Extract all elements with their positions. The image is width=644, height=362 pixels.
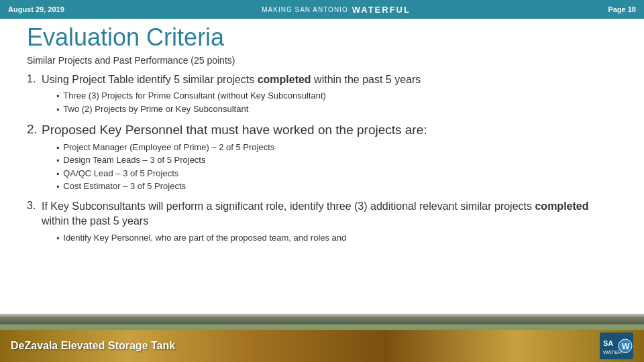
item-1-text: Using Project Table identify 5 similar p… [42,74,421,85]
page-title: Evaluation Criteria [0,19,644,54]
list-item: Cost Estimator – 3 of 5 Projects [56,180,427,193]
header-making-text: MAKING SAN ANTONIO [262,6,347,13]
footer-left: DeZavala Elevated Storage Tank [11,340,175,352]
list-item: Project Manager (Employee of Prime) – 2 … [56,141,427,154]
item-2-num: 2. [27,121,42,137]
item-3-sublist: Identify Key Personnel, who are part of … [56,231,617,245]
list-item-1: 1. Using Project Table identify 5 simila… [27,72,617,117]
header-page: Page 18 [608,5,636,13]
list-item: QA/QC Lead – 3 of 5 Projects [56,167,427,180]
list-item-3: 3. If Key Subconsultants will perform a … [27,199,617,246]
svg-text:W: W [622,342,630,351]
item-2-text: Proposed Key Personnel that must have wo… [42,123,427,137]
footer: DeZavala Elevated Storage Tank SA WATER … [0,330,644,362]
list-item-2: 2. Proposed Key Personnel that must have… [27,121,617,195]
saw-logo-icon: SA WATER W [600,333,633,359]
item-2-sublist: Project Manager (Employee of Prime) – 2 … [56,141,427,193]
list-item: Design Team Leads – 3 of 5 Projects [56,154,427,167]
pipe-decoration [0,314,644,324]
svg-text:WATER: WATER [603,349,622,355]
footer-right: SA WATER W [600,333,633,359]
list-item: Identify Key Personnel, who are part of … [56,231,617,245]
item-1-num: 1. [27,72,42,85]
main-content: 1. Using Project Table identify 5 simila… [0,70,644,247]
item-3-text: If Key Subconsultants will perform a sig… [42,200,588,227]
footer-title: DeZavala Elevated Storage Tank [11,340,175,352]
header-bar: August 29, 2019 MAKING SAN ANTONIO WATER… [0,0,644,19]
list-item: Two (2) Projects by Prime or Key Subcons… [56,103,421,116]
page-subtitle: Similar Projects and Past Performance (2… [0,54,644,70]
header-date: August 29, 2019 [8,5,64,13]
item-1-sublist: Three (3) Projects for Prime Consultant … [56,89,421,115]
list-item: Three (3) Projects for Prime Consultant … [56,89,421,103]
item-3-num: 3. [27,199,42,212]
header-logo: MAKING SAN ANTONIO WATERFUL [262,5,411,15]
svg-text:SA: SA [603,339,613,347]
header-waterful-text: WATERFUL [352,5,411,15]
